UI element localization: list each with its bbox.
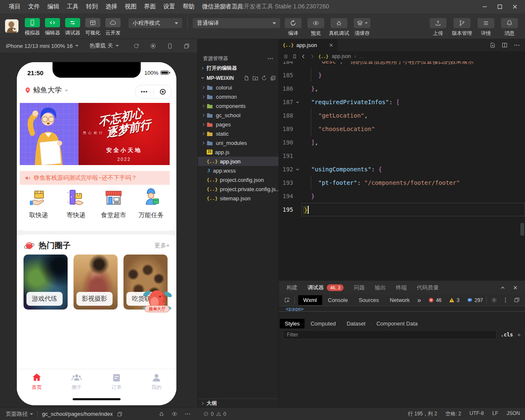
more-actions-icon[interactable] (267, 55, 273, 62)
encoding-setting[interactable]: UTF-8 (470, 410, 484, 417)
cursor-position[interactable]: 行 195，列 2 (408, 410, 437, 417)
menu-item[interactable]: 设置 (160, 3, 179, 10)
folder-uni_modules[interactable]: uni_modules (198, 138, 278, 147)
rotate-icon[interactable] (133, 43, 139, 49)
hot-reload-toggle[interactable]: 热重载 关 (89, 42, 119, 50)
devtools-tab-network[interactable]: Network (385, 295, 415, 305)
file-app.js[interactable]: JSapp.js (198, 147, 278, 157)
devtools-tab-wxml[interactable]: Wxml (298, 295, 322, 305)
record-icon[interactable] (150, 43, 156, 49)
vconsole-icon[interactable] (158, 411, 165, 417)
refresh-explorer-icon[interactable] (261, 75, 267, 81)
menu-item[interactable]: 界面 (140, 3, 160, 10)
devtools-settings-icon[interactable] (491, 297, 497, 303)
eol-setting[interactable]: LF (492, 410, 498, 417)
file-project.config.json[interactable]: {..}project.config.json (198, 175, 278, 184)
folder-pages[interactable]: pages (198, 120, 278, 129)
folder-gc_school[interactable]: gc_school (198, 110, 278, 120)
notice-bar[interactable]: 铮鱼客栈源码测试完毕啦~还不下手吗？ (20, 171, 170, 185)
breadcrumb-file[interactable]: app.json (332, 53, 351, 59)
upload-button[interactable]: 上传 (428, 18, 448, 37)
message-count[interactable]: 297 (475, 297, 483, 303)
more-status-icon[interactable] (184, 411, 191, 417)
hot-circle-card[interactable]: 游戏代练 (24, 255, 68, 310)
file-app.wxss[interactable]: 3app.wxss (198, 166, 278, 175)
styles-tab-styles[interactable]: Styles (280, 319, 304, 328)
language-mode[interactable]: JSON (507, 410, 520, 417)
error-count[interactable]: 46 (436, 297, 441, 303)
navigate-back-icon[interactable] (301, 54, 306, 59)
menu-send-express[interactable]: 寄快递 (57, 188, 94, 230)
project-section[interactable]: MP-WEIXIN (198, 73, 278, 83)
menu-item[interactable]: 选择 (102, 3, 121, 10)
debug-tab-问题[interactable]: 问题 (354, 284, 365, 291)
folder-components[interactable]: components (198, 101, 278, 110)
open-editors-section[interactable]: 打开的编辑器 (198, 63, 278, 73)
collapse-folders-icon[interactable] (270, 75, 276, 81)
devtools-menu-icon[interactable] (502, 297, 509, 303)
editor-more-icon[interactable] (514, 42, 520, 48)
debug-tab-输出[interactable]: 输出 (375, 284, 386, 291)
page-path-select[interactable]: 页面路径 (6, 410, 33, 418)
menu-pickup-express[interactable]: 取快递 (20, 188, 57, 230)
menu-item[interactable]: 帮助 (179, 3, 198, 10)
collapse-panel-icon[interactable] (500, 285, 506, 291)
more-link[interactable]: 更多+ (155, 242, 170, 249)
order-hall-float-badge[interactable]: 接单大厅 (139, 288, 176, 314)
version-manage-button[interactable]: 版本管理 (452, 18, 472, 37)
copy-path-icon[interactable] (117, 411, 123, 417)
more-menu-button[interactable]: ••• (135, 89, 153, 95)
menu-item[interactable]: 转到 (82, 3, 102, 10)
debug-tab-代码质量[interactable]: 代码质量 (417, 284, 438, 291)
editor-tab-appjson[interactable]: {..} app.json (279, 39, 338, 51)
location-selector[interactable]: 鲸鱼大学 (24, 85, 69, 95)
editor-button[interactable]: 编辑器 (43, 18, 62, 37)
outline-list-icon[interactable] (283, 54, 289, 59)
styles-tab-component-data[interactable]: Component Data (371, 319, 423, 328)
toggle-class-button[interactable]: .cls (501, 332, 513, 338)
inspect-element-icon[interactable] (284, 297, 290, 303)
menu-item[interactable]: 编辑 (44, 3, 63, 10)
avatar[interactable] (5, 19, 18, 33)
indentation-setting[interactable]: 空格: 2 (446, 410, 461, 417)
multi-window-icon[interactable] (184, 43, 190, 49)
close-capsule-button[interactable] (154, 88, 172, 95)
clear-cache-button[interactable]: 清缓存 (352, 18, 372, 37)
navigate-forward-icon[interactable] (310, 54, 315, 59)
menu-universal-task[interactable]: 万能任务 (132, 188, 170, 230)
element-tree-snippet[interactable]: <page> (279, 306, 525, 311)
mode-select[interactable]: 小程序模式 (129, 18, 182, 28)
folder-static[interactable]: static (198, 129, 278, 138)
editor-scrollbar[interactable] (520, 223, 524, 236)
device-debug-button[interactable]: 真机调试 (329, 18, 349, 37)
menu-item[interactable]: 工具 (63, 3, 82, 10)
menu-item[interactable]: 文件 (24, 3, 44, 10)
tab-order[interactable]: 订单 (97, 369, 136, 395)
styles-filter-input[interactable]: Filter (283, 330, 496, 339)
simulator-button[interactable]: 模拟器 (23, 18, 42, 37)
device-frame-icon[interactable] (167, 43, 173, 49)
close-tab-icon[interactable] (328, 42, 334, 48)
tab-mine[interactable]: 我的 (136, 369, 176, 395)
menu-item[interactable]: 视图 (121, 3, 140, 10)
details-button[interactable]: 详情 (476, 18, 496, 37)
hot-circle-card[interactable]: 影视摄影 (74, 255, 118, 310)
styles-tab-computed[interactable]: Computed (305, 319, 341, 328)
fold-chevron-icon[interactable] (293, 100, 302, 105)
warning-count[interactable]: 3 (457, 297, 459, 303)
tab-home[interactable]: 首页 (17, 369, 57, 395)
visualizer-button[interactable]: 可视化 (83, 18, 102, 37)
menu-item[interactable]: 项目 (5, 3, 24, 10)
folder-common[interactable]: common (198, 92, 278, 101)
bookmark-icon[interactable] (292, 54, 297, 59)
new-style-rule-button[interactable]: + (517, 331, 521, 338)
dock-side-icon[interactable] (514, 297, 520, 303)
new-folder-icon[interactable] (252, 75, 258, 81)
debug-tab-调试器[interactable]: 调试器46, 3 (307, 284, 344, 291)
debugger-button[interactable]: 调试器 (63, 18, 82, 37)
devtools-tab-sources[interactable]: Sources (354, 295, 384, 305)
menu-canteen-market[interactable]: 食堂超市 (95, 188, 132, 230)
file-sitemap.json[interactable]: {..}sitemap.json (198, 194, 278, 203)
go-to-file-icon[interactable] (489, 42, 496, 48)
maximize-button[interactable] (494, 1, 506, 13)
